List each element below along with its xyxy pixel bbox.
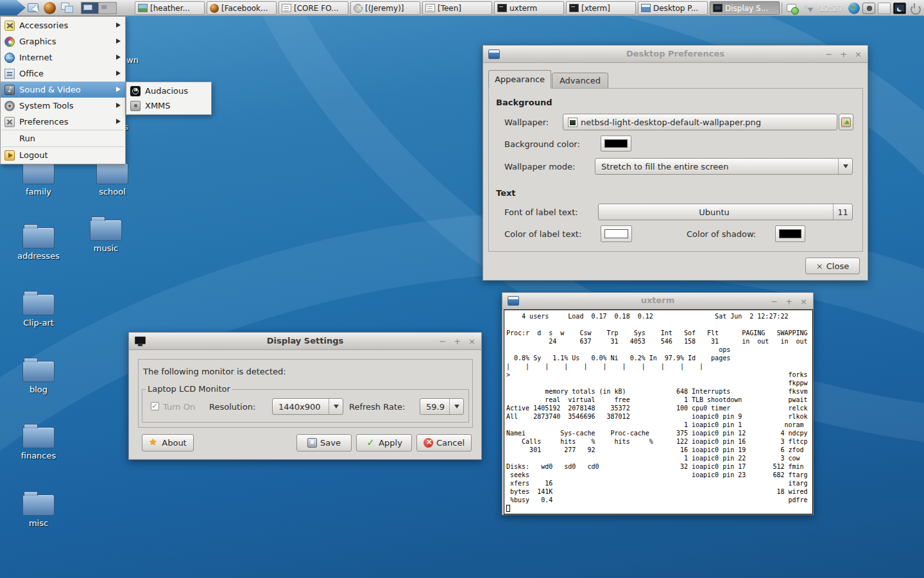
window-title: Desktop Preferences <box>483 49 868 58</box>
wallpaper-open-button[interactable] <box>839 114 853 130</box>
show-desktop-icon[interactable] <box>61 1 74 14</box>
shadow-color-button[interactable] <box>775 225 805 242</box>
maximize-button[interactable]: + <box>454 337 461 346</box>
save-label: Save <box>320 438 341 448</box>
refresh-rate-label: Refresh Rate: <box>349 402 405 412</box>
close-button[interactable]: × <box>468 337 475 346</box>
photo-icon <box>138 4 148 12</box>
combo-arrow-box <box>838 159 852 174</box>
terminal-cursor <box>506 505 510 512</box>
task-button-jeremy[interactable]: [(Jeremy)] <box>350 1 420 15</box>
minimize-button[interactable]: − <box>825 50 832 58</box>
desktop-icon-music[interactable]: music <box>71 216 141 253</box>
cancel-icon <box>424 438 433 448</box>
desktop-preferences-titlebar[interactable]: Desktop Preferences − + × <box>483 46 868 63</box>
desktop-preferences-window: Desktop Preferences − + × Appearance Adv… <box>483 45 868 281</box>
menu-item-run[interactable]: Run <box>1 130 125 146</box>
desktop-icon-label: Clip-art <box>3 318 74 328</box>
clock[interactable]: 12:27 <box>819 3 843 13</box>
wallpaper-filename: netbsd-light-desktop-default-wallpaper.p… <box>581 118 761 127</box>
task-button-uxterm[interactable]: uxterm <box>494 1 564 15</box>
about-button[interactable]: About <box>142 434 194 451</box>
application-menu: Accessories Graphics Internet Office Sou… <box>0 16 126 164</box>
label-color-button[interactable] <box>601 225 632 242</box>
close-button[interactable]: × <box>855 50 862 58</box>
task-button-display-settings[interactable]: Display S... <box>710 1 780 15</box>
display-light-tray-icon[interactable] <box>878 3 891 14</box>
menu-item-sound-video[interactable]: Sound & Video <box>1 82 125 98</box>
task-label: Display S... <box>725 4 768 13</box>
tab-appearance[interactable]: Appearance <box>488 70 551 89</box>
menu-item-logout[interactable]: Logout <box>1 147 125 163</box>
menu-item-office[interactable]: Office <box>1 66 125 82</box>
refresh-rate-combo[interactable]: 59.9 <box>420 398 464 415</box>
turn-on-checkbox[interactable] <box>151 402 159 410</box>
shadow-color-swatch <box>779 229 801 238</box>
minimize-button[interactable]: − <box>771 297 778 306</box>
wallpaper-file-button[interactable]: netbsd-light-desktop-default-wallpaper.p… <box>563 114 837 130</box>
terminal-screen[interactable]: 4 users Load 0.17 0.18 0.12 Sat Jun 2 12… <box>504 310 813 514</box>
menu-button[interactable] <box>0 0 26 15</box>
wallpaper-mode-combo[interactable]: Stretch to fill the entire screen <box>595 158 853 175</box>
tab-advanced[interactable]: Advanced <box>552 73 608 89</box>
workspace-pager[interactable] <box>81 2 117 14</box>
display-settings-window: Display Settings − + × The following mon… <box>128 332 482 460</box>
power-icon[interactable] <box>909 3 921 14</box>
maximize-button[interactable]: + <box>785 297 792 306</box>
menu-item-system-tools[interactable]: System Tools <box>1 98 125 114</box>
messenger-tray-icon[interactable] <box>786 3 799 14</box>
menu-item-preferences[interactable]: Preferences <box>1 114 125 130</box>
task-button-xterm[interactable]: [xterm] <box>566 1 636 15</box>
desktop-icon-misc[interactable]: misc <box>3 491 74 528</box>
resolution-combo[interactable]: 924x578 <box>272 398 343 415</box>
task-button-heather[interactable]: [heather... <box>135 1 205 15</box>
desktop-icon-blog[interactable]: blog <box>3 357 74 394</box>
screenshot-tray-icon[interactable] <box>862 3 875 14</box>
logout-icon <box>4 150 15 161</box>
submenu-item-xmms[interactable]: XMMS <box>126 98 211 113</box>
menu-item-label: Graphics <box>19 37 56 46</box>
monitor-icon <box>713 4 723 12</box>
task-label: [CORE FO... <box>294 4 339 13</box>
task-label: [(Jeremy)] <box>365 4 404 13</box>
apply-label: Apply <box>379 438 402 448</box>
task-button-teen[interactable]: [Teen] <box>422 1 492 15</box>
cancel-button[interactable]: Cancel <box>416 434 472 451</box>
web-browser-icon[interactable] <box>44 1 57 14</box>
desktop-icon-clip-art[interactable]: Clip-art <box>3 290 74 328</box>
task-button-facebook[interactable]: [Facebook... <box>207 1 277 15</box>
desktop-icon-label: misc <box>3 518 74 528</box>
desktop-icon-school[interactable]: school <box>77 159 148 197</box>
desktop-icon-finances[interactable]: finances <box>3 423 74 460</box>
task-button-core[interactable]: [CORE FO... <box>278 1 348 15</box>
file-manager-icon[interactable] <box>27 1 40 14</box>
font-button[interactable]: Ubuntu 11 <box>598 204 853 220</box>
close-dialog-button[interactable]: × Close <box>805 258 860 274</box>
folder-icon <box>22 361 55 382</box>
close-button[interactable]: × <box>800 297 807 306</box>
clipped-desktop-label: wn <box>126 55 139 65</box>
display-night-tray-icon[interactable] <box>893 3 906 14</box>
network-traffic-icon[interactable] <box>801 3 814 14</box>
menu-item-accessories[interactable]: Accessories <box>1 17 125 33</box>
uxterm-titlebar[interactable]: uxterm − + × <box>502 293 813 310</box>
save-button[interactable]: Save <box>296 434 352 451</box>
globe-tray-icon[interactable] <box>848 3 860 14</box>
text-section-header: Text <box>496 188 516 198</box>
task-button-desktop-preferences[interactable]: Desktop P... <box>638 1 708 15</box>
workspace-2[interactable] <box>99 3 116 13</box>
display-settings-titlebar[interactable]: Display Settings − + × <box>129 333 481 350</box>
maximize-button[interactable]: + <box>840 50 847 58</box>
submenu-item-audacious[interactable]: Audacious <box>126 83 211 98</box>
desktop-icon-addresses[interactable]: addresses <box>3 223 74 261</box>
desktop-icon-family[interactable]: family <box>3 159 74 197</box>
minimize-button[interactable]: − <box>439 337 446 346</box>
menu-item-internet[interactable]: Internet <box>1 49 125 66</box>
desktop-icon-label: blog <box>3 385 74 394</box>
submenu-arrow-icon <box>116 39 121 44</box>
workspace-1[interactable] <box>81 3 99 13</box>
desktop-icon-label: family <box>3 187 74 197</box>
background-color-button[interactable] <box>601 136 631 152</box>
apply-button[interactable]: Apply <box>356 434 412 451</box>
menu-item-graphics[interactable]: Graphics <box>1 33 125 49</box>
